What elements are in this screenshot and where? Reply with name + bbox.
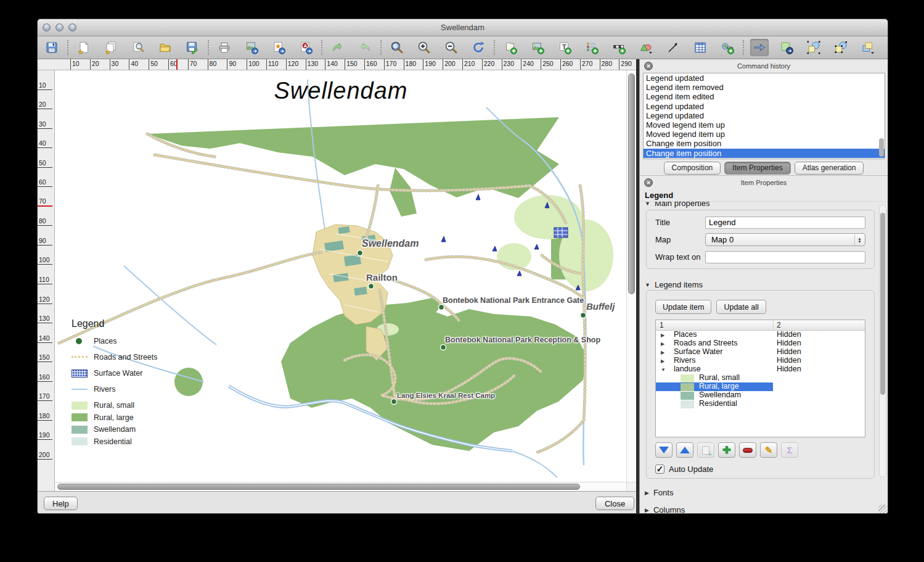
legend-tree-row[interactable]: ▶ Roads and Streets Hidden — [656, 339, 865, 348]
minimize-window-button[interactable] — [55, 23, 63, 31]
wrap-text-input[interactable] — [705, 251, 865, 263]
legend-tree-row[interactable]: Residential — [656, 400, 865, 408]
align-selected-items-icon[interactable] — [886, 39, 888, 56]
disclosure-triangle-icon[interactable]: ▶ — [645, 507, 649, 513]
resize-grip[interactable] — [878, 505, 887, 513]
map-select[interactable]: Map 0 ▲▼ — [705, 233, 865, 246]
zoom-full-icon[interactable] — [388, 39, 406, 56]
command-history-list[interactable]: Legend updatedLegend item removedLegend … — [643, 73, 885, 159]
legend-tree-row[interactable]: ▶ Surface Water Hidden — [656, 348, 865, 357]
add-new-label-icon[interactable]: T — [555, 39, 574, 56]
count-features-button[interactable]: Σ — [781, 442, 798, 458]
command-history-item[interactable]: Legend updated — [644, 111, 885, 120]
add-group-button[interactable] — [697, 442, 714, 458]
close-window-button[interactable] — [43, 23, 51, 31]
command-history-item[interactable]: Legend item removed — [644, 83, 885, 92]
scrollbar-thumb[interactable] — [879, 138, 884, 157]
scrollbar-thumb[interactable] — [628, 73, 635, 294]
zoom-in-icon[interactable] — [415, 39, 433, 56]
command-history-item[interactable]: Legend updated — [644, 102, 885, 111]
update-all-button[interactable]: Update all — [716, 300, 766, 314]
disclosure-triangle-icon[interactable]: ▼ — [645, 202, 650, 207]
legend-tree-row[interactable]: Rural, small — [656, 374, 865, 382]
legend-tree-row[interactable]: ▼ landuse Hidden — [656, 365, 865, 374]
command-history-scrollbar[interactable] — [878, 73, 885, 159]
redo-icon[interactable] — [356, 39, 374, 56]
expand-arrow-icon[interactable]: ▼ — [661, 366, 666, 374]
canvas-vertical-scrollbar[interactable] — [626, 70, 636, 482]
disclosure-triangle-icon[interactable]: ▼ — [645, 282, 650, 288]
command-history-item[interactable]: Legend updated — [644, 73, 885, 83]
command-history-item[interactable]: Legend item edited — [644, 92, 885, 101]
stepper-arrows-icon[interactable]: ▲▼ — [854, 234, 864, 245]
load-from-template-icon[interactable] — [156, 39, 174, 56]
collapsed-section-header[interactable]: ▶ Fonts — [645, 488, 685, 497]
disclosure-triangle-icon[interactable]: ▶ — [645, 490, 649, 496]
add-html-frame-icon[interactable]: </> — [718, 39, 737, 56]
legend-items-tree[interactable]: 1 2 ▶ Places Hidden — [655, 320, 865, 437]
composer-manager-icon[interactable] — [129, 39, 147, 56]
save-as-template-icon[interactable] — [183, 39, 202, 56]
map-legend-item[interactable]: Legend Places Roads — [72, 318, 201, 449]
legend-tree-row[interactable]: Swellendam — [656, 391, 865, 400]
main-properties-section-header[interactable]: ▼ Main properties — [645, 202, 710, 208]
remove-item-button[interactable] — [739, 442, 756, 458]
add-attribute-table-icon[interactable] — [691, 39, 709, 56]
ungroup-items-icon[interactable] — [832, 39, 850, 56]
add-new-legend-icon[interactable] — [583, 39, 601, 56]
edit-item-button[interactable]: ✎ — [760, 442, 777, 458]
export-as-image-icon[interactable] — [242, 39, 261, 56]
close-panel-icon[interactable]: ✕ — [644, 178, 653, 187]
command-history-item[interactable]: Change item position — [644, 139, 885, 148]
add-arrow-icon[interactable] — [664, 39, 682, 56]
expand-arrow-icon[interactable]: ▶ — [661, 357, 664, 366]
command-history-item[interactable]: Moved legend item up — [644, 130, 885, 139]
panel-tab[interactable]: Atlas generation — [795, 162, 864, 175]
move-item-up-button[interactable] — [676, 442, 693, 458]
add-new-map-icon[interactable] — [501, 39, 520, 56]
print-icon[interactable] — [215, 39, 234, 56]
close-button[interactable]: Close — [595, 497, 634, 510]
command-history-item[interactable]: Moved legend item up — [644, 120, 885, 130]
group-items-icon[interactable] — [804, 39, 823, 56]
new-composer-icon[interactable]: ★ — [75, 39, 93, 56]
zoom-out-icon[interactable] — [442, 39, 460, 56]
legend-tree-row[interactable]: Rural, large — [656, 382, 865, 391]
refresh-icon[interactable] — [469, 39, 488, 56]
add-new-scalebar-icon[interactable] — [610, 39, 628, 56]
composer-canvas[interactable]: Swellendam Swellendam Railton Bontebok N… — [55, 70, 636, 491]
help-button[interactable]: Help — [44, 497, 78, 510]
canvas-horizontal-scrollbar[interactable] — [55, 482, 626, 491]
move-item-down-button[interactable] — [655, 442, 673, 458]
export-as-pdf-icon[interactable]: A — [296, 39, 315, 56]
properties-scrollbar[interactable] — [879, 205, 886, 477]
scrollbar-thumb[interactable] — [880, 213, 885, 395]
close-panel-icon[interactable]: ✕ — [644, 62, 653, 70]
duplicate-composer-icon[interactable]: ★ — [102, 39, 120, 56]
collapsed-section-header[interactable]: ▶ Columns — [645, 505, 685, 514]
checkbox-check-icon[interactable]: ✓ — [655, 465, 664, 474]
panel-tab[interactable]: Item Properties — [724, 162, 790, 175]
update-item-button[interactable]: Update item — [655, 300, 711, 314]
add-basic-shape-icon[interactable] — [637, 39, 655, 56]
expand-arrow-icon[interactable]: ▶ — [661, 349, 664, 357]
select-move-item-icon[interactable] — [750, 39, 769, 56]
add-image-icon[interactable] — [528, 39, 547, 56]
export-as-svg-icon[interactable] — [269, 39, 288, 56]
legend-tree-row[interactable]: ▶ Places Hidden — [656, 331, 865, 339]
scrollbar-thumb[interactable] — [57, 484, 580, 490]
title-input[interactable] — [705, 217, 865, 229]
legend-tree-row[interactable]: ▶ Rivers Hidden — [656, 357, 865, 365]
panel-tab[interactable]: Composition — [664, 162, 721, 175]
legend-items-section-header[interactable]: ▼ Legend items — [645, 280, 703, 289]
move-item-content-icon[interactable] — [777, 39, 796, 56]
auto-update-checkbox[interactable]: ✓ Auto Update — [655, 465, 713, 474]
expand-arrow-icon[interactable]: ▶ — [661, 331, 664, 340]
add-item-button[interactable]: ✚ — [718, 442, 735, 458]
undo-icon[interactable] — [329, 39, 347, 56]
expand-arrow-icon[interactable]: ▶ — [661, 340, 664, 349]
raise-selected-items-icon[interactable] — [859, 39, 877, 56]
zoom-window-button[interactable] — [68, 23, 76, 31]
titlebar[interactable]: Swellendam — [38, 19, 888, 36]
save-project-icon[interactable] — [43, 39, 61, 56]
